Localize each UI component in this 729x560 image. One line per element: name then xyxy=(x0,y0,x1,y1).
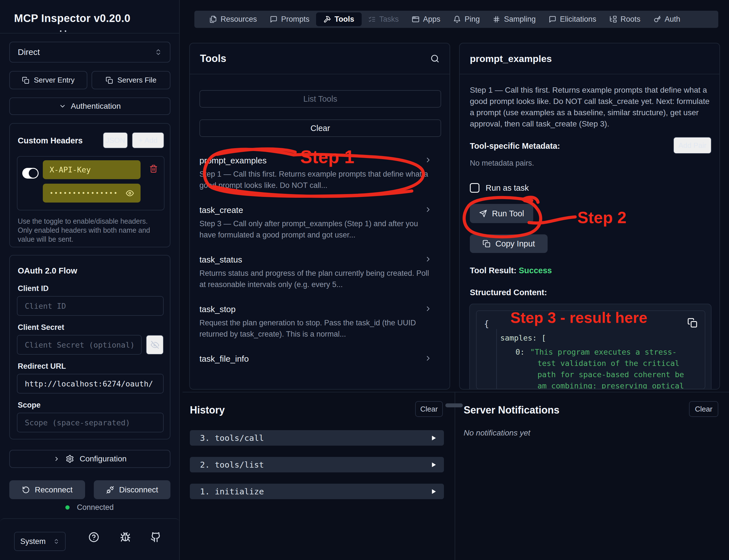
nav-label: Sampling xyxy=(504,15,536,24)
servers-file-label: Servers File xyxy=(117,76,157,85)
json-string-line: am combining: preserving optical xyxy=(537,380,684,389)
servers-file-button[interactable]: Servers File xyxy=(92,71,170,89)
add-pair-button[interactable]: Add Pair xyxy=(673,137,712,154)
eye-icon[interactable] xyxy=(126,189,134,197)
header-enabled-toggle[interactable] xyxy=(22,168,39,179)
theme-select[interactable]: System xyxy=(14,532,66,551)
client-id-input[interactable] xyxy=(17,296,164,316)
reconnect-button[interactable]: Reconnect xyxy=(9,480,85,499)
masked-value: ••••••••••••••• xyxy=(50,190,118,197)
history-item[interactable]: 1. initialize xyxy=(190,484,444,499)
chevron-right-icon xyxy=(424,255,432,263)
copy-input-button[interactable]: Copy Input xyxy=(470,234,548,253)
json-index: 0: xyxy=(515,346,525,358)
tool-name: task_file_info xyxy=(199,353,440,365)
trash-icon[interactable] xyxy=(149,165,158,173)
nav-label: Prompts xyxy=(281,15,310,24)
nav-tab-tools[interactable]: Tools xyxy=(316,12,362,26)
divider xyxy=(0,33,180,34)
github-icon[interactable] xyxy=(150,532,161,543)
nav-label: Tools xyxy=(335,15,354,24)
transport-select[interactable]: Direct xyxy=(9,42,170,63)
run-as-task-checkbox[interactable] xyxy=(470,183,479,193)
tool-result-label: Tool Result: xyxy=(470,266,516,275)
chevron-right-icon xyxy=(424,206,432,214)
nav-label: Elicitations xyxy=(560,15,596,24)
header-value-input[interactable]: ••••••••••••••• xyxy=(43,184,141,203)
nav-tab-apps[interactable]: Apps xyxy=(405,11,447,28)
send-icon xyxy=(479,210,487,217)
list-tools-button[interactable]: List Tools xyxy=(199,90,441,108)
authentication-toggle[interactable]: Authentication xyxy=(9,97,170,115)
add-header-button[interactable]: + Add xyxy=(132,132,164,148)
configuration-toggle[interactable]: Configuration xyxy=(9,450,170,468)
history-clear-button[interactable]: Clear xyxy=(415,401,443,417)
redirect-url-input[interactable] xyxy=(17,374,164,394)
help-icon[interactable] xyxy=(88,532,99,543)
disconnect-button[interactable]: Disconnect xyxy=(94,480,170,499)
client-secret-input[interactable] xyxy=(17,335,142,355)
rotate-ccw-icon xyxy=(22,486,30,494)
indent-guide xyxy=(496,329,497,389)
structured-content-label: Structured Content: xyxy=(470,288,547,297)
json-toggle-button[interactable]: JSON xyxy=(103,132,128,148)
tool-name: task_create xyxy=(199,204,440,216)
nav-tab-prompts[interactable]: Prompts xyxy=(263,11,316,28)
open-brace: { xyxy=(484,318,489,330)
play-icon xyxy=(430,461,437,468)
bell-icon xyxy=(453,15,461,23)
custom-headers-title: Custom Headers xyxy=(18,136,83,145)
nav-tab-tasks[interactable]: Tasks xyxy=(362,11,405,28)
key-icon xyxy=(653,15,661,23)
server-entry-button[interactable]: Server Entry xyxy=(9,71,87,89)
json-string-line: "This program executes a stress- xyxy=(530,346,677,358)
search-icon[interactable] xyxy=(430,54,439,63)
tool-list-item-prompt-examples[interactable]: prompt_examples Step 1 — Call this first… xyxy=(199,150,440,199)
copy-icon xyxy=(483,240,490,248)
server-entry-label: Server Entry xyxy=(34,76,75,85)
history-item-label: 3. tools/call xyxy=(200,433,264,443)
toggle-knob xyxy=(29,169,38,178)
tool-list-item-task-file-info[interactable]: task_file_info xyxy=(199,348,440,371)
tools-panel-title: Tools xyxy=(200,53,226,65)
tool-list-item-task-status[interactable]: task_status Returns status and progress … xyxy=(199,249,440,299)
tool-detail-description: Step 1 — Call this first. Returns exampl… xyxy=(470,85,712,130)
detail-panel-title: prompt_examples xyxy=(470,53,552,64)
headers-helper-text: Use the toggle to enable/disable headers… xyxy=(18,217,161,244)
reconnect-label: Reconnect xyxy=(35,485,73,494)
nav-tab-sampling[interactable]: Sampling xyxy=(486,11,542,28)
header-name-input[interactable]: X-API-Key xyxy=(43,160,141,179)
chevron-down-icon xyxy=(59,103,66,110)
app-window-icon xyxy=(412,15,419,23)
history-item[interactable]: 3. tools/call xyxy=(190,430,444,446)
nav-tab-elicitations[interactable]: Elicitations xyxy=(542,11,603,28)
chevron-right-icon xyxy=(424,354,432,362)
chevrons-up-down-icon xyxy=(155,48,162,56)
tool-list-item-task-stop[interactable]: task_stop Request the plan generation to… xyxy=(199,299,440,348)
copy-json-icon[interactable] xyxy=(687,318,697,328)
tool-list-item-task-create[interactable]: task_create Step 3 — Call only after pro… xyxy=(199,199,440,249)
bug-icon[interactable] xyxy=(120,532,131,543)
tool-result-row: Tool Result: Success xyxy=(470,266,552,275)
history-section: History Clear 3. tools/call 2. tools/lis… xyxy=(186,392,455,560)
list-checks-icon xyxy=(368,15,376,23)
nav-tab-auth[interactable]: Auth xyxy=(647,11,687,28)
chevrons-up-down-icon xyxy=(53,538,59,545)
nav-label: Resources xyxy=(221,15,257,24)
clear-tools-button[interactable]: Clear xyxy=(199,119,441,137)
notifications-clear-button[interactable]: Clear xyxy=(689,401,718,417)
nav-label: Apps xyxy=(423,15,441,24)
scope-input[interactable] xyxy=(17,413,164,432)
server-notifications-section: Server Notifications Clear No notificati… xyxy=(455,392,729,560)
run-as-task-label: Run as task xyxy=(486,183,529,193)
nav-tab-ping[interactable]: Ping xyxy=(447,11,486,28)
nav-tab-resources[interactable]: Resources xyxy=(203,11,263,28)
scope-label: Scope xyxy=(18,401,41,410)
message-square-icon xyxy=(270,15,277,23)
authentication-label: Authentication xyxy=(71,102,121,111)
eye-off-icon[interactable] xyxy=(146,335,164,355)
message-square-icon xyxy=(549,15,556,23)
run-tool-button[interactable]: Run Tool xyxy=(470,204,533,223)
nav-tab-roots[interactable]: Roots xyxy=(603,11,647,28)
history-item[interactable]: 2. tools/list xyxy=(190,457,444,472)
